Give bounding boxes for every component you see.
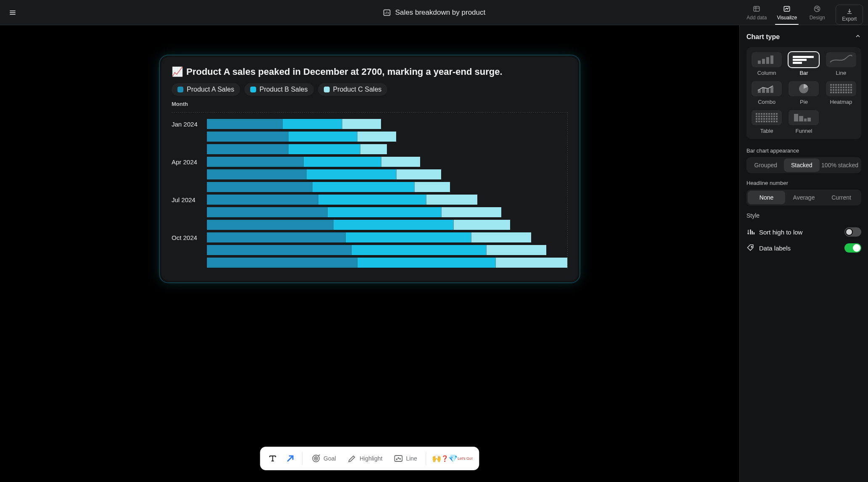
svg-rect-37 (838, 84, 839, 86)
svg-rect-23 (762, 59, 765, 64)
bar-segment[interactable] (207, 144, 288, 154)
appearance-option-grouped[interactable]: Grouped (748, 158, 784, 172)
bar-row: Apr 2024 (172, 155, 567, 168)
svg-rect-36 (835, 84, 837, 86)
appearance-option-stacked[interactable]: Stacked (784, 158, 820, 172)
chart-type-table[interactable]: Table (752, 110, 782, 134)
svg-rect-35 (833, 84, 834, 86)
chart-card[interactable]: 📈 Product A sales peaked in December at … (160, 55, 580, 282)
bar-segment[interactable] (342, 119, 381, 129)
bar-segment[interactable] (351, 245, 486, 255)
bar-segment[interactable] (495, 258, 567, 268)
bar-segment[interactable] (414, 182, 450, 192)
bar-segment[interactable] (207, 220, 333, 230)
chart-type-bar[interactable]: Bar (789, 52, 819, 76)
headline-option-current[interactable]: Current (823, 191, 860, 204)
legend-label: Product B Sales (259, 86, 308, 93)
export-button[interactable]: Export (836, 5, 863, 25)
sort-toggle[interactable] (844, 227, 861, 237)
svg-rect-69 (850, 92, 852, 93)
bar-segment[interactable] (426, 195, 477, 205)
bar-segment[interactable] (288, 132, 357, 142)
bar-segment[interactable] (357, 132, 396, 142)
menu-button[interactable] (5, 5, 20, 20)
bar-segment[interactable] (345, 232, 471, 242)
sort-label: Sort high to low (759, 229, 840, 236)
svg-rect-40 (845, 84, 847, 86)
arrow-tool-button[interactable] (283, 451, 298, 466)
bar-segment[interactable] (207, 207, 327, 217)
bar-segment[interactable] (207, 182, 312, 192)
bar-segment[interactable] (207, 132, 288, 142)
headline-option-average[interactable]: Average (785, 191, 823, 204)
bar-segment[interactable] (303, 157, 381, 167)
appearance-option-100-stacked[interactable]: 100% stacked (820, 158, 860, 172)
bar-segment[interactable] (207, 258, 357, 268)
appearance-heading: Bar chart appearance (746, 147, 861, 154)
bar-segment[interactable] (207, 157, 303, 167)
bar-track (207, 207, 567, 217)
chart-title-text: Product A sales peaked in December at 27… (186, 66, 503, 77)
chart-title-emoji: 📈 (172, 66, 183, 77)
bar-track (207, 245, 567, 255)
bar-segment[interactable] (306, 169, 396, 179)
sticker-tool-button[interactable]: 🙌 ❓ 💎 Let's Go! (430, 455, 474, 462)
bar-segment[interactable] (333, 220, 453, 230)
svg-rect-78 (776, 113, 778, 115)
bar-segment[interactable] (360, 144, 387, 154)
bar-segment[interactable] (441, 207, 501, 217)
chart-type-combo[interactable]: Combo (752, 81, 782, 105)
headline-option-none[interactable]: None (748, 191, 785, 204)
bar-segment[interactable] (207, 195, 318, 205)
bar-segment[interactable] (207, 245, 351, 255)
chart-type-pie[interactable]: Pie (789, 81, 819, 105)
chart-type-section-header[interactable]: Chart type (746, 33, 861, 41)
sort-icon (746, 228, 755, 236)
tab-visualize[interactable]: Visualize (772, 0, 802, 25)
chart-type-line[interactable]: Line (826, 52, 856, 76)
bar-segment[interactable] (381, 157, 420, 167)
bar-segment[interactable] (357, 258, 495, 268)
bar-segment[interactable] (288, 144, 360, 154)
bar-segment[interactable] (207, 169, 306, 179)
bar-segment[interactable] (282, 119, 342, 129)
bar-track (207, 258, 567, 268)
highlight-label: Highlight (360, 455, 382, 462)
svg-rect-68 (848, 92, 849, 93)
chart-type-column[interactable]: Column (752, 52, 782, 76)
tab-design[interactable]: Design (802, 0, 832, 25)
highlight-tool-button[interactable]: Highlight (343, 450, 386, 467)
bar-segment[interactable] (207, 119, 282, 129)
bar-segment[interactable] (453, 220, 511, 230)
goal-tool-button[interactable]: Goal (307, 450, 340, 467)
data-labels-toggle[interactable] (844, 243, 861, 253)
legend-item[interactable]: Product B Sales (244, 83, 314, 96)
legend-item[interactable]: Product A Sales (172, 83, 240, 96)
bar-segment[interactable] (318, 195, 426, 205)
bar-segment[interactable] (207, 232, 345, 242)
text-tool-button[interactable] (265, 451, 280, 466)
heatmap-icon (826, 81, 856, 96)
line-tool-button[interactable]: Line (389, 450, 421, 467)
canvas-area[interactable]: 📈 Product A sales peaked in December at … (0, 25, 739, 482)
chart-type-heatmap[interactable]: Heatmap (826, 81, 856, 105)
svg-rect-93 (768, 118, 770, 120)
legend-item[interactable]: Product C Sales (318, 83, 388, 96)
arrow-icon (285, 453, 295, 464)
export-label: Export (842, 16, 857, 22)
bar-segment[interactable] (327, 207, 441, 217)
chart-type-funnel[interactable]: Funnel (789, 110, 819, 134)
svg-rect-61 (830, 92, 832, 93)
svg-rect-60 (850, 89, 852, 91)
svg-rect-55 (838, 89, 839, 91)
bar-track (207, 132, 567, 142)
bar-segment[interactable] (486, 245, 546, 255)
bar-row: Oct 2024 (172, 231, 567, 244)
tab-add-data[interactable]: Add data (741, 0, 772, 25)
bar-segment[interactable] (312, 182, 414, 192)
bar-segment[interactable] (396, 169, 441, 179)
svg-rect-46 (838, 87, 839, 88)
svg-rect-77 (773, 113, 775, 115)
type-label: Combo (758, 99, 775, 105)
bar-segment[interactable] (471, 232, 531, 242)
